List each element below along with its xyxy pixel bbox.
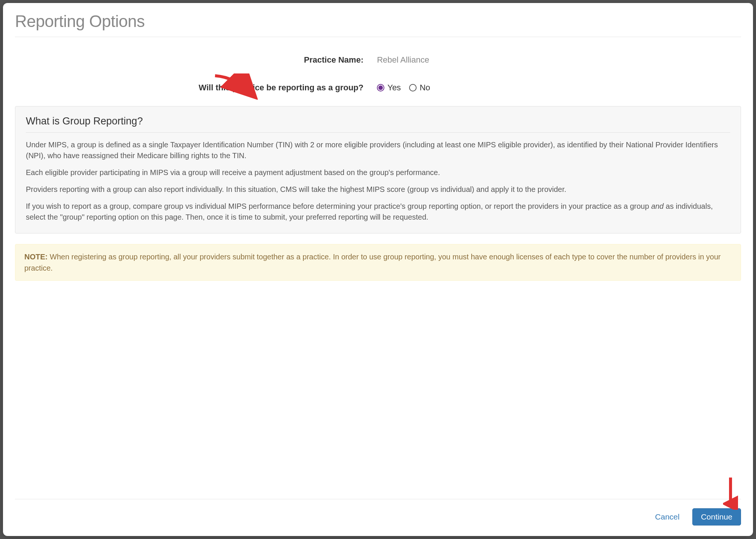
note-prefix: NOTE: (24, 253, 48, 261)
radio-no[interactable]: No (409, 83, 430, 93)
info-paragraph-1: Under MIPS, a group is defined as a sing… (26, 139, 730, 161)
cancel-button[interactable]: Cancel (650, 509, 685, 525)
annotation-arrow-continue-icon (723, 476, 738, 510)
practice-name-row: Practice Name: Rebel Alliance (15, 55, 741, 65)
group-reporting-info-panel: What is Group Reporting? Under MIPS, a g… (15, 106, 741, 234)
radio-yes-icon (377, 84, 384, 91)
info-paragraph-3: Providers reporting with a group can als… (26, 184, 730, 195)
radio-no-icon (409, 84, 417, 91)
continue-button[interactable]: Continue (692, 508, 741, 526)
footer-divider (15, 499, 741, 499)
note-panel: NOTE: When registering as group reportin… (15, 244, 741, 281)
practice-name-value: Rebel Alliance (377, 55, 741, 65)
group-question-label: Will this practice be reporting as a gro… (15, 83, 363, 93)
radio-yes[interactable]: Yes (377, 83, 401, 93)
info-heading: What is Group Reporting? (26, 115, 730, 133)
practice-name-label: Practice Name: (15, 55, 363, 65)
page-title: Reporting Options (15, 12, 741, 31)
note-text: When registering as group reporting, all… (24, 253, 721, 272)
radio-no-label: No (420, 83, 430, 93)
form-section: Practice Name: Rebel Alliance Will this … (15, 55, 741, 93)
group-radio-group: Yes No (377, 83, 741, 93)
info-paragraph-2: Each eligible provider participating in … (26, 167, 730, 178)
title-divider (15, 37, 741, 37)
reporting-options-modal: Reporting Options Practice Name: Rebel A… (3, 3, 753, 536)
group-question-row: Will this practice be reporting as a gro… (15, 83, 741, 93)
button-row: Cancel Continue (15, 508, 741, 527)
radio-yes-label: Yes (387, 83, 401, 93)
info-paragraph-4: If you wish to report as a group, compar… (26, 201, 730, 223)
